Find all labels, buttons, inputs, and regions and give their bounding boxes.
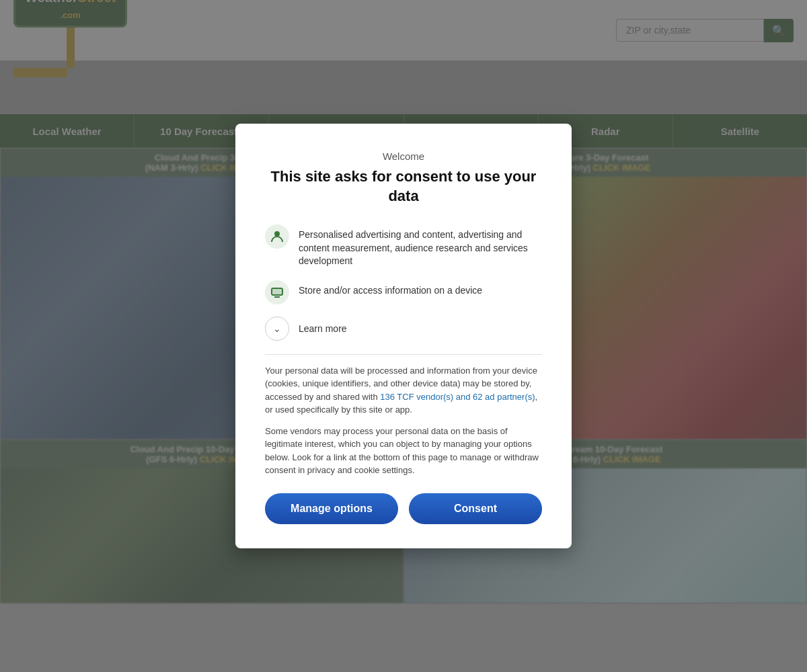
consent-desc-1: Your personal data will be processed and… (265, 364, 542, 417)
consent-storage-text: Store and/or access information on a dev… (299, 280, 482, 298)
advertising-icon (265, 224, 289, 249)
consent-button[interactable]: Consent (409, 493, 542, 524)
consent-item-storage: Store and/or access information on a dev… (265, 280, 542, 304)
consent-item-advertising: Personalised advertising and content, ad… (265, 224, 542, 268)
manage-options-button[interactable]: Manage options (265, 493, 398, 524)
consent-overlay: Welcome This site asks for consent to us… (0, 0, 807, 672)
modal-welcome: Welcome (265, 151, 542, 162)
learn-more-text[interactable]: Learn more (299, 323, 347, 334)
consent-advertising-text: Personalised advertising and content, ad… (299, 224, 542, 268)
learn-more-item: ⌄ Learn more (265, 317, 542, 341)
consent-desc-2: Some vendors may process your personal d… (265, 425, 542, 477)
consent-modal: Welcome This site asks for consent to us… (235, 124, 572, 548)
modal-buttons: Manage options Consent (265, 493, 542, 524)
learn-more-chevron[interactable]: ⌄ (265, 317, 289, 341)
svg-rect-2 (272, 289, 282, 294)
storage-icon (265, 280, 289, 304)
svg-point-0 (274, 231, 280, 237)
modal-title: This site asks for consent to use your d… (265, 167, 542, 206)
vendor-link[interactable]: 136 TCF vendor(s) and 62 ad partner(s) (380, 392, 535, 402)
modal-divider (265, 354, 542, 355)
